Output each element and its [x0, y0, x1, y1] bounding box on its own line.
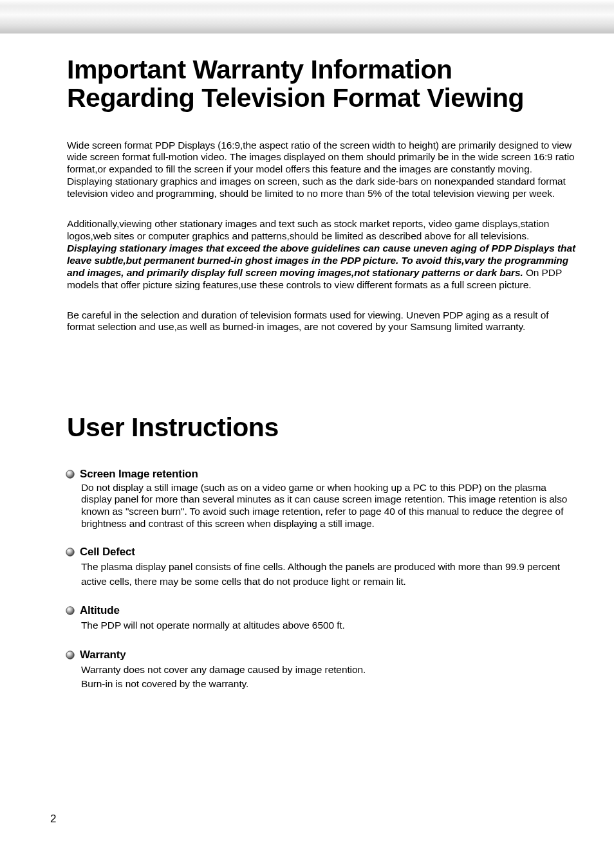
warranty-paragraph-1: Wide screen format PDP Displays (16:9,th… — [67, 140, 575, 201]
section-body: Warranty does not cover any damage cause… — [81, 663, 575, 692]
section-title: Warranty — [80, 649, 126, 661]
svg-point-1 — [66, 548, 74, 556]
para2-emphasis: Displaying stationary images that exceed… — [67, 243, 575, 278]
bullet-icon — [66, 651, 75, 660]
svg-point-3 — [66, 651, 74, 658]
section-header: Warranty — [66, 649, 575, 661]
section-title: Cell Defect — [80, 546, 135, 559]
main-heading: Important Warranty Information Regarding… — [67, 55, 575, 113]
bullet-icon — [66, 548, 75, 557]
heading-line-1: Important Warranty Information — [67, 55, 452, 84]
section-title: Screen Image retention — [80, 468, 198, 481]
section-body: The plasma display panel consists of fin… — [81, 560, 575, 589]
section: Screen Image retentionDo not display a s… — [67, 468, 575, 531]
section-title: Altitude — [80, 604, 120, 617]
top-metallic-band — [0, 0, 614, 33]
warranty-paragraph-2: Additionally,viewing other stationary im… — [67, 218, 575, 291]
svg-point-2 — [66, 607, 74, 614]
para2-pre: Additionally,viewing other stationary im… — [67, 218, 549, 241]
section: AltitudeThe PDP will not operate normall… — [67, 604, 575, 633]
page-number: 2 — [50, 813, 56, 826]
bullet-icon — [66, 606, 75, 615]
section-header: Altitude — [66, 604, 575, 617]
section-header: Cell Defect — [66, 546, 575, 559]
section-header: Screen Image retention — [66, 468, 575, 481]
section-body: The PDP will not operate normally at alt… — [81, 618, 575, 633]
sections-container: Screen Image retentionDo not display a s… — [67, 468, 575, 692]
section: WarrantyWarranty does not cover any dama… — [67, 649, 575, 692]
page-content: Important Warranty Information Regarding… — [0, 55, 614, 692]
svg-point-0 — [66, 470, 74, 477]
warranty-paragraph-3: Be careful in the selection and duration… — [67, 309, 575, 334]
section: Cell DefectThe plasma display panel cons… — [67, 546, 575, 589]
user-instructions-heading: User Instructions — [67, 413, 575, 441]
bullet-icon — [66, 470, 75, 479]
heading-line-2: Regarding Television Format Viewing — [67, 83, 524, 113]
section-body: Do not display a still image (such as on… — [81, 482, 575, 531]
